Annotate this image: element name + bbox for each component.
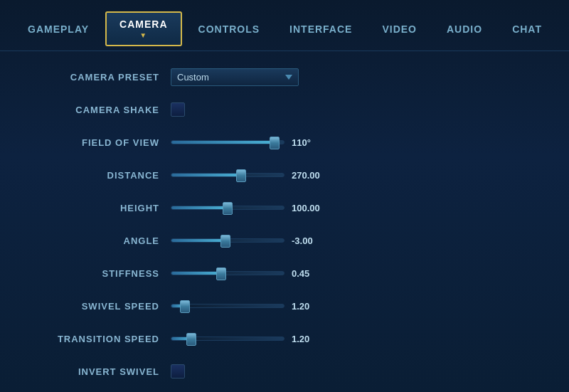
tab-chat[interactable]: CHAT (499, 17, 555, 41)
field-of-view-thumb[interactable] (270, 137, 280, 149)
transition-speed-slider[interactable] (171, 337, 284, 341)
tab-gameplay[interactable]: GAMEPLAY (14, 17, 102, 41)
camera-preset-dropdown[interactable]: Custom (171, 68, 299, 86)
tab-audio[interactable]: AUDIO (433, 17, 496, 41)
transition-speed-fill (171, 337, 191, 340)
field-of-view-row: FIELD OF VIEW 110° (28, 131, 541, 154)
invert-swivel-checkbox[interactable] (171, 364, 185, 378)
stiffness-thumb[interactable] (216, 267, 226, 280)
dropdown-arrow-icon (285, 75, 292, 80)
swivel-speed-row: SWIVEL SPEED 1.20 (28, 295, 541, 317)
field-of-view-value: 110° (292, 137, 327, 148)
camera-preset-row: CAMERA PRESET Custom (28, 65, 541, 88)
tab-video[interactable]: VIDEO (368, 17, 430, 41)
height-value: 100.00 (292, 203, 327, 213)
angle-value: -3.00 (292, 235, 327, 246)
transition-speed-value: 1.20 (292, 334, 327, 344)
invert-swivel-row: INVERT SWIVEL (28, 360, 541, 383)
field-of-view-slider-container: 110° (171, 137, 327, 148)
stiffness-slider[interactable] (171, 271, 284, 275)
swivel-speed-thumb[interactable] (180, 300, 190, 313)
swivel-speed-fill (171, 304, 185, 307)
field-of-view-label: FIELD OF VIEW (28, 137, 171, 148)
angle-fill (171, 239, 225, 242)
angle-row: ANGLE -3.00 (28, 229, 541, 252)
transition-speed-label: TRANSITION SPEED (28, 334, 171, 344)
swivel-speed-slider-container: 1.20 (171, 301, 327, 312)
stiffness-fill (171, 272, 221, 275)
swivel-speed-label: SWIVEL SPEED (28, 301, 171, 312)
camera-preset-value: Custom (177, 72, 209, 83)
nav-tabs: GAMEPLAY CAMERA CONTROLS INTERFACE VIDEO… (0, 0, 569, 51)
transition-speed-row: TRANSITION SPEED 1.20 (28, 327, 541, 350)
distance-value: 270.00 (292, 170, 327, 181)
stiffness-row: STIFFNESS 0.45 (28, 262, 541, 285)
distance-label: DISTANCE (28, 170, 171, 181)
distance-slider[interactable] (171, 173, 284, 177)
stiffness-label: STIFFNESS (28, 268, 171, 279)
swivel-speed-slider[interactable] (171, 304, 284, 308)
camera-shake-label: CAMERA SHAKE (28, 105, 171, 115)
height-slider-container: 100.00 (171, 203, 327, 213)
stiffness-value: 0.45 (292, 268, 327, 279)
height-label: HEIGHT (28, 203, 171, 213)
height-row: HEIGHT 100.00 (28, 196, 541, 219)
distance-fill (171, 174, 241, 176)
tab-interface[interactable]: INTERFACE (276, 17, 366, 41)
angle-slider[interactable] (171, 238, 284, 243)
camera-shake-checkbox[interactable] (171, 102, 185, 117)
camera-shake-row: CAMERA SHAKE (28, 98, 541, 121)
stiffness-slider-container: 0.45 (171, 268, 327, 279)
height-fill (171, 206, 228, 209)
height-thumb[interactable] (223, 202, 233, 215)
field-of-view-slider[interactable] (171, 140, 284, 144)
distance-slider-container: 270.00 (171, 170, 327, 181)
height-slider[interactable] (171, 206, 284, 210)
angle-thumb[interactable] (220, 235, 230, 248)
tab-camera[interactable]: CAMERA (105, 11, 181, 46)
tab-controls[interactable]: CONTROLS (185, 17, 274, 41)
settings-content: CAMERA PRESET Custom CAMERA SHAKE FIELD … (0, 51, 569, 392)
transition-speed-slider-container: 1.20 (171, 334, 327, 344)
camera-preset-label: CAMERA PRESET (28, 72, 171, 83)
angle-label: ANGLE (28, 235, 171, 246)
angle-slider-container: -3.00 (171, 235, 327, 246)
invert-swivel-label: INVERT SWIVEL (28, 366, 171, 377)
transition-speed-thumb[interactable] (186, 333, 196, 346)
swivel-speed-value: 1.20 (292, 301, 327, 312)
distance-row: DISTANCE 270.00 (28, 164, 541, 186)
distance-thumb[interactable] (236, 169, 246, 182)
field-of-view-fill (171, 141, 275, 144)
